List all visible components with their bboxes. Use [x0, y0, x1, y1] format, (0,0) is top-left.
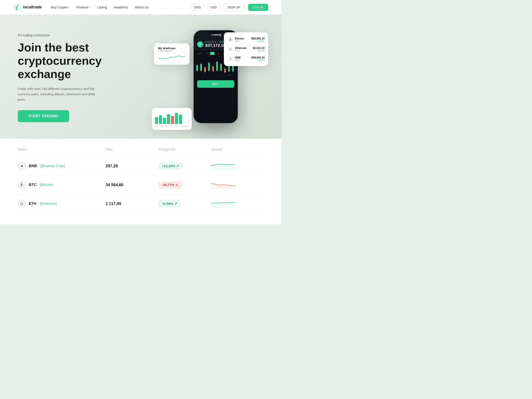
mini-sparkline: [158, 54, 185, 61]
market-asset-btc: ₿ BTC (Bitcoin): [18, 181, 106, 189]
navbar: localtrade Buy Crypto ▾ Finance ▾ Listin…: [0, 0, 282, 15]
svg-text:28,000: 28,000: [226, 75, 231, 76]
tf-1h[interactable]: 1h: [204, 52, 209, 55]
market-asset-eth: ⬡ ETH (Etherium): [18, 200, 106, 208]
nav-academy[interactable]: Academy: [114, 5, 128, 9]
brand-name: localtrade: [23, 5, 42, 10]
weekly-bar-chart: [155, 111, 189, 124]
market-table-header: Market Price Change 24H Dynamic: [18, 148, 264, 155]
crypto-name-btc: Bitcoin: [235, 37, 244, 40]
bar-day-label: Fri: [175, 125, 179, 127]
col-change-label: Change 24H: [158, 148, 211, 151]
market-change-eth: +2,59% ↗: [158, 200, 211, 208]
market-row[interactable]: ✦ BNB (Binance Coin) 297,28 +12,19% ↗: [18, 157, 264, 176]
market-row[interactable]: ₿ BTC (Bitcoin) 34 564,80 -24,77% ↘: [18, 176, 264, 194]
bar-column: [171, 116, 174, 124]
svg-point-0: [13, 3, 21, 11]
crypto-row-eth: ⬡ Etherium ETH $3,512.10 +4.77%: [228, 44, 265, 54]
bar-segment: [155, 117, 158, 124]
asset-fullname: (Binance Coin): [40, 164, 65, 168]
market-change-bnb: +12,19% ↗: [158, 162, 211, 170]
bar-segment: [167, 114, 170, 124]
nav-links: Buy Crypto ▾ Finance ▾ Listing Academy A…: [51, 5, 191, 9]
signup-button[interactable]: SIGN UP: [223, 4, 245, 11]
chevron-down-icon: ▾: [89, 6, 90, 8]
nav-about[interactable]: About Us: [135, 5, 149, 9]
eth-icon: ⬡: [18, 200, 26, 208]
start-trading-button[interactable]: START TRADING: [18, 110, 69, 122]
asset-symbol: BTC: [29, 183, 37, 187]
buy-button-phone[interactable]: BUY: [197, 80, 234, 88]
bar-labels: MonTueWedThuFriSatSun: [155, 125, 189, 127]
bar-segment: [171, 116, 174, 124]
bnb-icon: ✦: [18, 162, 26, 170]
bar-column: [159, 115, 162, 124]
market-section: Market Price Change 24H Dynamic ✦ BNB (B…: [0, 139, 282, 224]
market-row[interactable]: ⬡ ETH (Etherium) 2 117,09 +2,59% ↗: [18, 194, 264, 213]
crypto-row-btc: ₿ Bitcoin BTC $58,092.10 +5.21%: [228, 35, 265, 44]
commission-text: 0% trading commission: [18, 33, 127, 37]
market-dynamic-eth: [211, 199, 264, 209]
briefcase-title: My briefcase: [158, 47, 185, 50]
change-badge: -24,77% ↘: [158, 181, 182, 189]
bar-segment: [163, 118, 166, 124]
bar-column: [179, 115, 182, 124]
col-price-label: Price: [106, 148, 158, 151]
crypto-name-eth: Etherium: [235, 47, 247, 50]
crypto-price-eth: $3,512.10 +4.77%: [253, 47, 265, 52]
svg-point-1: [16, 9, 17, 10]
logo[interactable]: localtrade: [13, 3, 42, 11]
crypto-price-btc: $58,092.10 +5.21%: [251, 37, 265, 43]
logo-icon: [13, 3, 21, 11]
bar-day-label: Sun: [185, 125, 189, 127]
phone-notch: [209, 31, 222, 34]
crypto-asset-left: ₿ Bitcoin BTC: [228, 37, 244, 43]
bar-column: [163, 118, 166, 124]
bar-column: [167, 114, 170, 124]
asset-symbol: ETH: [29, 202, 36, 206]
col-market-label: Market: [18, 148, 106, 151]
nav-listing[interactable]: Listing: [97, 5, 107, 9]
currency-selector[interactable]: USD: [207, 4, 220, 11]
svg-text:30,000: 30,000: [226, 68, 231, 69]
language-selector[interactable]: ENG: [191, 4, 204, 11]
crypto-name-bnb: BNB: [235, 56, 241, 59]
chevron-down-icon: ▾: [68, 6, 69, 8]
crypto-ticker-bnb: BNB: [235, 59, 241, 62]
bar-day-label: Mon: [155, 125, 159, 127]
eth-icon-small: ⬡: [228, 46, 233, 52]
bnb-icon-small: ✦: [228, 56, 233, 62]
nav-right: ENG USD SIGN UP LOG IN: [191, 4, 268, 11]
market-change-btc: -24,77% ↘: [158, 181, 211, 189]
market-price-eth: 2 117,09: [106, 202, 158, 206]
hero-section: 0% trading commission Join the best cryp…: [0, 15, 282, 139]
crypto-asset-left-eth: ⬡ Etherium ETH: [228, 46, 247, 52]
bar-column: [155, 117, 158, 124]
crypto-price-card: ₿ Bitcoin BTC $58,092.10 +5.21% ⬡ Etheri…: [224, 32, 268, 66]
tf-1d[interactable]: 1d: [216, 52, 220, 55]
market-dynamic-bnb: [211, 161, 264, 171]
hero-title: Join the best cryptocurrency exchange: [18, 41, 127, 81]
bar-segment: [175, 113, 178, 124]
nav-finance[interactable]: Finance ▾: [76, 5, 90, 9]
bar-day-label: Thu: [170, 125, 174, 127]
hero-visual: My briefcase 7 day statistics ← Trading: [141, 15, 282, 139]
market-dynamic-btc: [211, 180, 264, 190]
asset-fullname: (Bitcoin): [40, 183, 53, 187]
change-badge: +12,19% ↗: [158, 162, 183, 170]
crypto-asset-left-bnb: ✦ BNB BNB: [228, 56, 241, 62]
login-button[interactable]: LOG IN: [248, 4, 268, 11]
bar-day-label: Tue: [160, 125, 164, 127]
bar-segment: [159, 115, 162, 124]
market-price-bnb: 297,28: [106, 164, 158, 168]
nav-buy-crypto[interactable]: Buy Crypto ▾: [51, 5, 69, 9]
sparkline-chart: [211, 199, 235, 208]
tf-4h[interactable]: 4h: [210, 52, 215, 55]
market-price-btc: 34 564,80: [106, 183, 158, 187]
bar-chart-card: MonTueWedThuFriSatSun: [152, 108, 192, 130]
btc-icon: ₿: [18, 181, 26, 189]
tf-15m[interactable]: 15m: [197, 52, 203, 55]
bar-segment: [179, 115, 182, 124]
briefcase-card: My briefcase 7 day statistics: [154, 44, 190, 65]
sparkline-chart: [211, 180, 235, 189]
